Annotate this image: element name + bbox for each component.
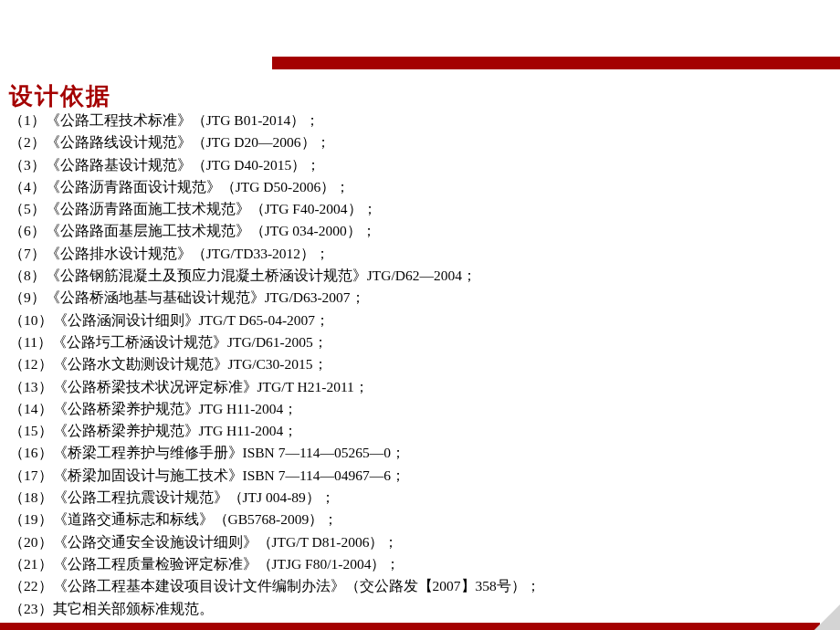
page-corner-fold bbox=[814, 604, 840, 630]
list-item: （7）《公路排水设计规范》（JTG/TD33-2012）； bbox=[9, 243, 541, 265]
list-item: （8）《公路钢筋混凝土及预应力混凝土桥涵设计规范》JTG/D62—2004； bbox=[9, 265, 541, 287]
list-item: （5）《公路沥青路面施工技术规范》（JTG F40-2004）； bbox=[9, 198, 541, 220]
list-item: （11）《公路圬工桥涵设计规范》JTG/D61-2005； bbox=[9, 331, 541, 353]
list-item: （3）《公路路基设计规范》（JTG D40-2015）； bbox=[9, 154, 541, 176]
list-item: （2）《公路路线设计规范》（JTG D20—2006）； bbox=[9, 131, 541, 153]
list-item: （22）《公路工程基本建设项目设计文件编制办法》（交公路发【2007】358号）… bbox=[9, 575, 541, 597]
list-item: （16）《桥梁工程养护与维修手册》ISBN 7—114—05265—0； bbox=[9, 442, 541, 464]
list-item: （12）《公路水文勘测设计规范》JTG/C30-2015； bbox=[9, 353, 541, 375]
list-item: （14）《公路桥梁养护规范》JTG H11-2004； bbox=[9, 398, 541, 420]
content-list: （1）《公路工程技术标准》（JTG B01-2014）； （2）《公路路线设计规… bbox=[9, 110, 541, 620]
list-item: （1）《公路工程技术标准》（JTG B01-2014）； bbox=[9, 110, 541, 131]
page-title: 设计依据 bbox=[9, 80, 111, 112]
list-item: （21）《公路工程质量检验评定标准》（JTJG F80/1-2004）； bbox=[9, 553, 541, 575]
list-item: （18）《公路工程抗震设计规范》（JTJ 004-89）； bbox=[9, 487, 541, 509]
list-item: （4）《公路沥青路面设计规范》（JTG D50-2006）； bbox=[9, 176, 541, 198]
list-item: （19）《道路交通标志和标线》（GB5768-2009）； bbox=[9, 509, 541, 530]
footer-accent-bar bbox=[0, 623, 820, 630]
list-item: （20）《公路交通安全设施设计细则》（JTG/T D81-2006）； bbox=[9, 531, 541, 553]
list-item: （23）其它相关部颁标准规范。 bbox=[9, 598, 541, 620]
list-item: （6）《公路路面基层施工技术规范》（JTG 034-2000）； bbox=[9, 220, 541, 242]
list-item: （9）《公路桥涵地基与基础设计规范》JTG/D63-2007； bbox=[9, 287, 541, 309]
list-item: （17）《桥梁加固设计与施工技术》ISBN 7—114—04967—6； bbox=[9, 465, 541, 487]
list-item: （15）《公路桥梁养护规范》JTG H11-2004； bbox=[9, 420, 541, 442]
header-accent-bar bbox=[272, 57, 840, 69]
list-item: （10）《公路涵洞设计细则》JTG/T D65-04-2007； bbox=[9, 310, 541, 331]
list-item: （13）《公路桥梁技术状况评定标准》JTG/T H21-2011； bbox=[9, 376, 541, 398]
